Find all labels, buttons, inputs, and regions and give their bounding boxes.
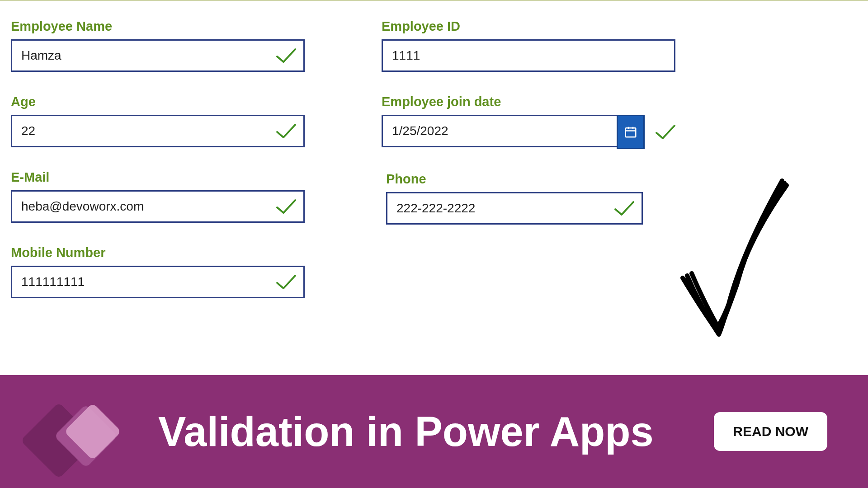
read-now-button[interactable]: READ NOW xyxy=(714,412,827,451)
field-age: Age 22 xyxy=(11,94,305,147)
label-mobile: Mobile Number xyxy=(11,245,305,260)
calendar-button[interactable] xyxy=(617,115,645,149)
field-mobile: Mobile Number 111111111 xyxy=(11,245,305,298)
date-wrap: 1/25/2022 xyxy=(382,115,645,149)
field-email: E-Mail heba@devoworx.com xyxy=(11,170,305,223)
label-email: E-Mail xyxy=(11,170,305,185)
right-column: Employee ID 1111 Employee join date 1/25… xyxy=(382,19,675,321)
input-join-date[interactable]: 1/25/2022 xyxy=(382,115,617,147)
check-icon xyxy=(275,122,297,140)
left-column: Employee Name Hamza Age 22 E-Mail heba@d… xyxy=(11,19,305,321)
field-employee-id: Employee ID 1111 xyxy=(382,19,675,72)
check-icon xyxy=(613,199,635,217)
label-join-date: Employee join date xyxy=(382,94,675,109)
input-employee-id[interactable]: 1111 xyxy=(382,39,675,72)
check-icon xyxy=(275,197,297,216)
label-age: Age xyxy=(11,94,305,109)
banner: Validation in Power Apps READ NOW xyxy=(0,375,868,488)
powerapps-logo xyxy=(23,386,113,477)
input-phone[interactable]: 222-222-2222 xyxy=(386,192,643,225)
field-join-date: Employee join date 1/25/2022 xyxy=(382,94,675,149)
input-employee-name[interactable]: Hamza xyxy=(11,39,305,72)
value-phone: 222-222-2222 xyxy=(396,201,632,216)
input-age[interactable]: 22 xyxy=(11,115,305,147)
value-mobile: 111111111 xyxy=(21,275,294,289)
date-row: 1/25/2022 xyxy=(382,115,675,149)
value-employee-name: Hamza xyxy=(21,48,294,63)
field-phone: Phone 222-222-2222 xyxy=(386,172,675,225)
value-email: heba@devoworx.com xyxy=(21,199,294,214)
value-age: 22 xyxy=(21,124,294,138)
label-employee-id: Employee ID xyxy=(382,19,675,34)
label-phone: Phone xyxy=(386,172,675,187)
value-join-date: 1/25/2022 xyxy=(392,124,612,138)
check-icon xyxy=(655,123,675,141)
label-employee-name: Employee Name xyxy=(11,19,305,34)
field-employee-name: Employee Name Hamza xyxy=(11,19,305,72)
svg-rect-0 xyxy=(626,128,636,137)
large-check-illustration xyxy=(669,172,796,343)
input-email[interactable]: heba@devoworx.com xyxy=(11,190,305,223)
banner-title: Validation in Power Apps xyxy=(158,408,714,455)
input-mobile[interactable]: 111111111 xyxy=(11,266,305,298)
check-icon xyxy=(275,273,297,291)
check-icon xyxy=(275,47,297,65)
calendar-icon xyxy=(624,125,637,139)
value-employee-id: 1111 xyxy=(392,48,665,63)
